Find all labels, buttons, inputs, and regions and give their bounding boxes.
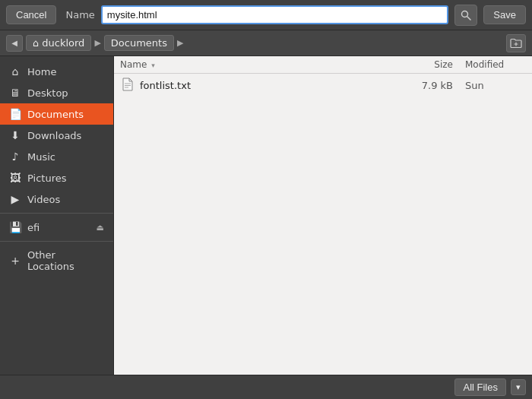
- table-row[interactable]: fontlist.txt 7.9 kB Sun: [114, 74, 532, 97]
- breadcrumb-home[interactable]: ⌂ ducklord: [26, 35, 91, 51]
- cancel-button[interactable]: Cancel: [6, 5, 56, 24]
- breadcrumb-current[interactable]: Documents: [104, 35, 174, 51]
- sidebar-efi-label: efi: [27, 222, 90, 233]
- file-icon: [120, 78, 135, 93]
- sidebar-music-label: Music: [27, 151, 104, 163]
- sidebar-divider-2: [0, 241, 113, 242]
- search-button[interactable]: [454, 5, 477, 26]
- documents-icon: 📄: [9, 108, 21, 120]
- drive-icon: 💾: [9, 221, 21, 233]
- file-list-header: Name ▾ Size Modified: [114, 56, 532, 74]
- sidebar-item-pictures[interactable]: 🖼 Pictures: [0, 167, 113, 188]
- sidebar-item-documents[interactable]: 📄 Documents: [0, 103, 113, 125]
- file-size: 7.9 kB: [404, 80, 465, 91]
- desktop-icon: 🖥: [9, 87, 21, 99]
- pictures-icon: 🖼: [9, 172, 21, 184]
- sidebar-home-label: Home: [27, 66, 104, 78]
- home-icon: ⌂: [9, 65, 21, 78]
- home-icon: ⌂: [33, 37, 39, 49]
- eject-button[interactable]: ⏏: [97, 223, 104, 233]
- new-folder-button[interactable]: [506, 34, 526, 52]
- filename-input[interactable]: [101, 5, 449, 24]
- sidebar-item-efi[interactable]: 💾 efi ⏏: [0, 217, 113, 238]
- back-icon: ◀: [11, 39, 17, 47]
- svg-line-1: [467, 16, 471, 20]
- sidebar-documents-label: Documents: [27, 109, 104, 120]
- file-name: fontlist.txt: [140, 80, 404, 91]
- breadcrumb-separator: ▶: [94, 38, 100, 48]
- sidebar-divider: [0, 213, 113, 214]
- file-modified: Sun: [465, 80, 526, 91]
- save-button[interactable]: Save: [483, 5, 526, 24]
- header-bar: Cancel Name Save: [0, 0, 532, 30]
- videos-icon: ▶: [9, 193, 21, 205]
- filter-button[interactable]: All Files: [454, 378, 506, 396]
- main-area: ⌂ Home 🖥 Desktop 📄 Documents ⬇ Downloads…: [0, 56, 532, 375]
- sidebar-desktop-label: Desktop: [27, 87, 104, 99]
- breadcrumb-home-label: ducklord: [42, 37, 84, 49]
- file-list: fontlist.txt 7.9 kB Sun: [114, 74, 532, 375]
- other-locations-icon: +: [9, 255, 21, 267]
- breadcrumb-current-label: Documents: [111, 37, 167, 49]
- column-modified: Modified: [465, 59, 526, 70]
- sidebar: ⌂ Home 🖥 Desktop 📄 Documents ⬇ Downloads…: [0, 56, 114, 375]
- sidebar-item-downloads[interactable]: ⬇ Downloads: [0, 125, 113, 146]
- filter-dropdown-button[interactable]: ▾: [511, 379, 526, 395]
- column-size: Size: [404, 59, 465, 70]
- column-name: Name ▾: [120, 59, 404, 70]
- sidebar-other-locations-label: Other Locations: [27, 249, 104, 272]
- breadcrumb-forward-icon: ▶: [177, 38, 183, 48]
- footer-bar: All Files ▾: [0, 375, 532, 399]
- file-area: Name ▾ Size Modified fontlist.txt: [114, 56, 532, 375]
- sidebar-item-other-locations[interactable]: + Other Locations: [0, 245, 113, 277]
- music-icon: ♪: [9, 150, 21, 163]
- sidebar-downloads-label: Downloads: [27, 130, 104, 141]
- back-button[interactable]: ◀: [6, 35, 23, 52]
- downloads-icon: ⬇: [9, 129, 21, 141]
- sidebar-item-desktop[interactable]: 🖥 Desktop: [0, 82, 113, 103]
- new-folder-icon: [510, 38, 522, 49]
- search-icon: [461, 10, 471, 21]
- sort-indicator: ▾: [151, 62, 155, 69]
- sidebar-pictures-label: Pictures: [27, 173, 104, 184]
- sidebar-item-home[interactable]: ⌂ Home: [0, 61, 113, 82]
- breadcrumb-bar: ◀ ⌂ ducklord ▶ Documents ▶: [0, 30, 532, 56]
- sidebar-item-videos[interactable]: ▶ Videos: [0, 188, 113, 210]
- name-label: Name: [65, 9, 94, 21]
- sidebar-videos-label: Videos: [27, 194, 104, 205]
- sidebar-item-music[interactable]: ♪ Music: [0, 146, 113, 167]
